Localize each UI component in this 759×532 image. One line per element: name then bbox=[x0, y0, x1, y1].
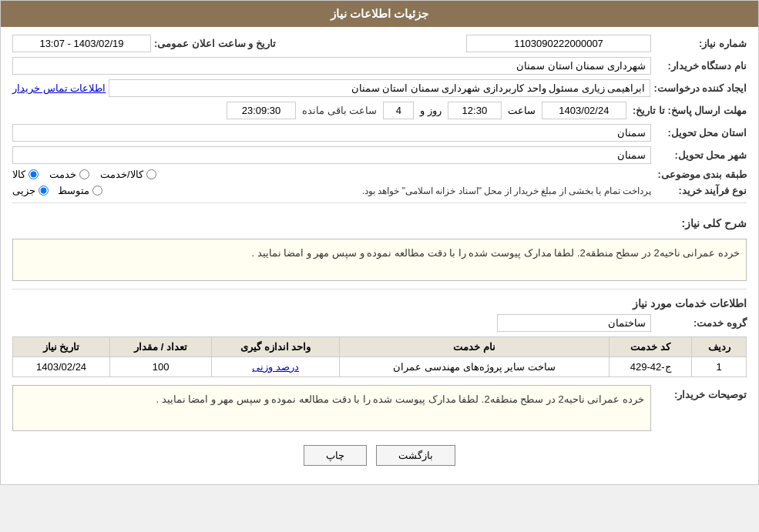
public-announce-field: 1403/02/19 - 13:07 bbox=[12, 35, 151, 52]
reply-remaining-field: 23:09:30 bbox=[227, 102, 296, 119]
requester-label: ایجاد کننده درخواست: bbox=[653, 82, 747, 94]
print-button[interactable]: چاپ bbox=[304, 445, 367, 466]
reply-date-field: 1403/02/24 bbox=[542, 102, 626, 119]
province-delivery-field: سمنان bbox=[12, 124, 651, 142]
description-box: خرده عمرانی ناحیه2 در سطح منطقه2. لطفا م… bbox=[12, 239, 747, 281]
process-note: پرداخت تمام یا بخشی از مبلغ خریدار از مح… bbox=[112, 186, 651, 196]
back-button[interactable]: بازگشت bbox=[376, 445, 455, 466]
category-radio-group: کالا/خدمت خدمت کالا bbox=[12, 169, 651, 180]
col-qty-header: تعداد / مقدار bbox=[110, 337, 212, 357]
category-label: طبقه بندی موضوعی: bbox=[654, 169, 747, 180]
reply-time-label: ساعت bbox=[508, 105, 536, 116]
reply-days-field: 4 bbox=[383, 102, 414, 119]
description-title: شرح کلی نیاز: bbox=[682, 217, 747, 229]
table-cell: 100 bbox=[110, 357, 212, 377]
page-header: جزئیات اطلاعات نیاز bbox=[1, 1, 758, 27]
process-type-group: پرداخت تمام یا بخشی از مبلغ خریدار از مح… bbox=[12, 185, 651, 196]
city-delivery-label: شهر محل تحویل: bbox=[654, 149, 747, 161]
page-title: جزئیات اطلاعات نیاز bbox=[331, 7, 428, 20]
contact-info-link[interactable]: اطلاعات تماس خریدار bbox=[12, 82, 106, 94]
col-date-header: تاریخ نیاز bbox=[13, 337, 110, 357]
process-option-medium[interactable]: متوسط bbox=[58, 185, 102, 196]
process-type-label: نوع فرآیند خرید: bbox=[654, 185, 747, 196]
table-cell: ج-42-429 bbox=[609, 357, 691, 377]
org-name-label: نام دستگاه خریدار: bbox=[654, 60, 747, 72]
category-option-goods[interactable]: کالا bbox=[12, 169, 39, 180]
services-title: اطلاعات خدمات مورد نیاز bbox=[12, 297, 747, 309]
reply-remaining-label: ساعت باقی مانده bbox=[302, 105, 377, 116]
col-code-header: کد خدمت bbox=[609, 337, 691, 357]
button-row: بازگشت چاپ bbox=[12, 436, 747, 477]
province-delivery-label: استان محل تحویل: bbox=[654, 127, 747, 139]
process-option-small[interactable]: جزیی bbox=[12, 185, 49, 196]
services-group-label: گروه خدمت: bbox=[654, 317, 747, 329]
need-number-field: 1103090222000007 bbox=[466, 35, 651, 52]
table-cell: 1 bbox=[692, 357, 747, 377]
table-cell: 1403/02/24 bbox=[13, 357, 110, 377]
table-cell: درصد وزنی bbox=[212, 357, 340, 377]
reply-time-field: 12:30 bbox=[448, 102, 502, 119]
requester-field: ابراهیمی زیاری مسئول واحد کاربردازی شهرد… bbox=[109, 79, 650, 97]
public-announce-label: تاریخ و ساعت اعلان عمومی: bbox=[154, 38, 276, 49]
services-table: ردیف کد خدمت نام خدمت واحد اندازه گیری ت… bbox=[12, 336, 747, 377]
services-group-field: ساختمان bbox=[497, 314, 651, 332]
col-unit-header: واحد اندازه گیری bbox=[212, 337, 340, 357]
table-cell: ساخت سایر پروژه‌های مهندسی عمران bbox=[340, 357, 610, 377]
col-name-header: نام خدمت bbox=[340, 337, 610, 357]
reply-date-label: مهلت ارسال پاسخ: تا تاریخ: bbox=[633, 105, 747, 116]
category-option-goods-service[interactable]: کالا/خدمت bbox=[100, 169, 156, 180]
city-delivery-field: سمنان bbox=[12, 146, 651, 164]
col-row-header: ردیف bbox=[692, 337, 747, 357]
org-name-field: شهرداری سمنان استان سمنان bbox=[12, 57, 651, 75]
category-option-service[interactable]: خدمت bbox=[49, 169, 89, 180]
buyer-notes-label: توصیحات خریدار: bbox=[654, 385, 747, 400]
buyer-notes-box: خرده عمرانی ناحیه2 در سطح منطقه2. لطفا م… bbox=[12, 385, 651, 431]
reply-days-label: روز و bbox=[420, 105, 442, 116]
table-row: 1ج-42-429ساخت سایر پروژه‌های مهندسی عمرا… bbox=[13, 357, 747, 377]
need-number-label: شماره نیاز: bbox=[654, 38, 747, 49]
